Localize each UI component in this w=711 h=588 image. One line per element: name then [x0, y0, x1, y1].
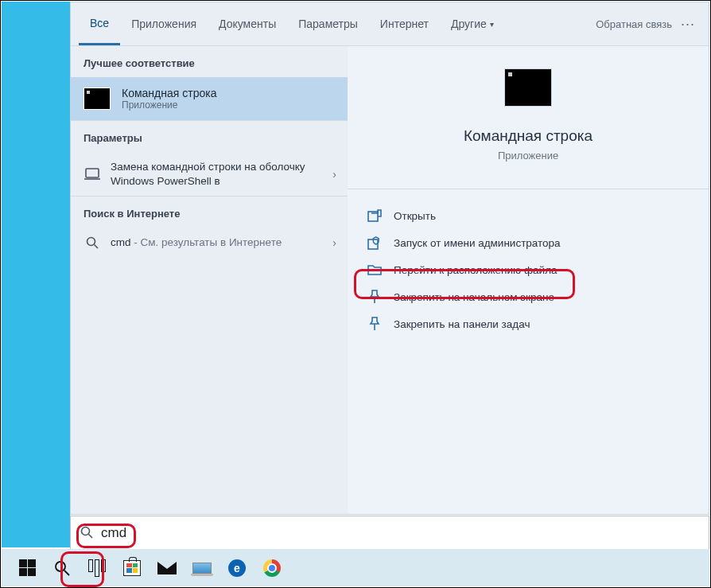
separator: [348, 189, 709, 189]
svg-line-9: [64, 570, 69, 575]
result-text: cmd - См. результаты в Интернете: [111, 236, 282, 250]
chevron-down-icon: ▾: [490, 20, 494, 29]
svg-point-6: [82, 527, 90, 535]
search-panel: Все Приложения Документы Параметры Интер…: [70, 2, 709, 515]
tab-more[interactable]: Другие ▾: [440, 2, 505, 45]
web-header: Поиск в Интернете: [71, 196, 348, 228]
cmd-icon: [84, 88, 111, 110]
search-icon: [80, 526, 93, 541]
result-text: Замена командной строки на оболочку Wind…: [111, 160, 309, 188]
svg-point-8: [56, 562, 65, 571]
taskbar-search-button[interactable]: [46, 552, 78, 584]
taskbar-edge[interactable]: e: [221, 552, 253, 584]
folder-icon: [367, 263, 383, 277]
search-icon: [54, 560, 70, 576]
laptop-icon: [84, 168, 101, 181]
taskbar-explorer[interactable]: [186, 552, 218, 584]
tab-documents[interactable]: Документы: [208, 2, 287, 45]
action-open-location[interactable]: Перейти к расположению файла: [367, 256, 690, 283]
admin-icon: [367, 236, 383, 250]
taskbar-mail[interactable]: [151, 552, 183, 584]
action-run-as-admin[interactable]: Запуск от имени администратора: [367, 229, 690, 256]
action-label: Открыть: [394, 210, 436, 222]
preview-subtitle: Приложение: [498, 150, 558, 162]
chevron-right-icon: ›: [332, 168, 336, 181]
tab-settings[interactable]: Параметры: [287, 2, 369, 45]
svg-rect-0: [86, 169, 99, 177]
tab-web[interactable]: Интернет: [369, 2, 440, 45]
tab-label: Параметры: [298, 18, 358, 30]
start-button[interactable]: [11, 552, 43, 584]
result-subtitle: Приложение: [122, 99, 216, 111]
results-column: Лучшее соответствие Командная строка При…: [71, 45, 348, 514]
chevron-right-icon: ›: [332, 236, 336, 249]
task-view-icon: [88, 559, 106, 577]
result-title: Командная строка: [122, 87, 216, 99]
options-button[interactable]: ···: [675, 16, 701, 33]
search-bar[interactable]: [70, 516, 709, 551]
preview-title: Командная строка: [464, 127, 592, 145]
action-label: Закрепить на начальном экране: [394, 291, 554, 303]
action-pin-start[interactable]: Закрепить на начальном экране: [367, 283, 690, 310]
action-open[interactable]: Открыть: [367, 202, 690, 229]
edge-icon: e: [228, 559, 246, 577]
open-icon: [367, 208, 383, 223]
task-view-button[interactable]: [81, 552, 113, 584]
tab-apps[interactable]: Приложения: [120, 2, 208, 45]
tab-label: Приложения: [131, 18, 196, 30]
pc-icon: [192, 563, 212, 574]
taskbar-chrome[interactable]: [256, 552, 288, 584]
action-pin-taskbar[interactable]: Закрепить на панели задач: [367, 310, 690, 337]
pin-icon: [367, 290, 383, 304]
svg-line-3: [95, 244, 99, 248]
preview-column: Командная строка Приложение Открыть Запу…: [348, 45, 709, 514]
web-result[interactable]: cmd - См. результаты в Интернете ›: [71, 228, 348, 258]
svg-point-2: [87, 237, 95, 245]
settings-result[interactable]: Замена командной строки на оболочку Wind…: [71, 152, 348, 196]
tab-label: Все: [90, 17, 109, 29]
search-input[interactable]: [101, 525, 699, 541]
action-label: Запуск от имени администратора: [394, 237, 561, 249]
svg-line-7: [89, 534, 93, 538]
tab-label: Другие: [451, 18, 487, 30]
taskbar-store[interactable]: [116, 552, 148, 584]
settings-header: Параметры: [71, 120, 348, 152]
pin-icon: [367, 317, 383, 331]
best-match-header: Лучшее соответствие: [71, 45, 348, 77]
tab-all[interactable]: Все: [79, 2, 120, 45]
tab-label: Документы: [219, 18, 276, 30]
feedback-link[interactable]: Обратная связь: [596, 18, 675, 30]
cmd-icon: [504, 68, 552, 107]
mail-icon: [157, 562, 177, 574]
windows-logo-icon: [19, 559, 36, 576]
tab-label: Интернет: [380, 18, 429, 30]
action-label: Закрепить на панели задач: [394, 318, 530, 330]
action-label: Перейти к расположению файла: [394, 264, 558, 276]
taskbar: e: [2, 549, 709, 586]
search-icon: [84, 236, 101, 249]
chrome-icon: [263, 559, 281, 577]
store-icon: [123, 560, 141, 576]
best-match-result[interactable]: Командная строка Приложение: [71, 77, 348, 120]
desktop-wallpaper: [2, 2, 70, 547]
filter-tabs: Все Приложения Документы Параметры Интер…: [71, 2, 709, 45]
